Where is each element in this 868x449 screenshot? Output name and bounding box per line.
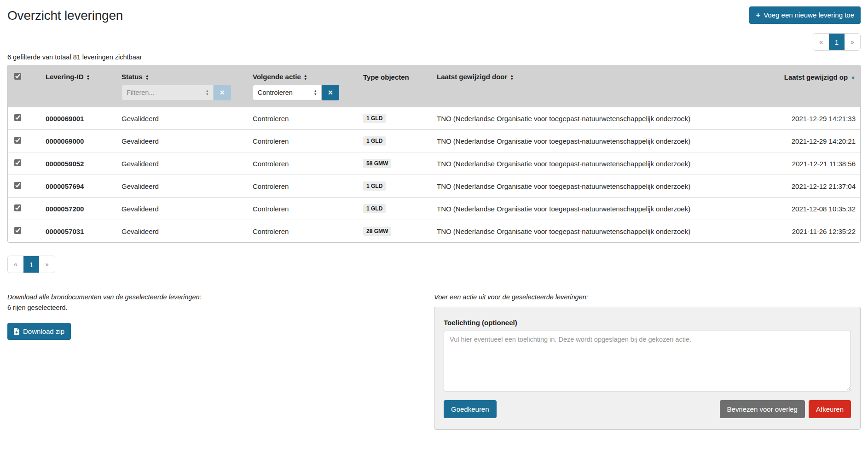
table-row: 0000057200 Gevalideerd Controleren 1 GLD… <box>8 198 861 220</box>
levering-id: 0000059052 <box>40 152 116 175</box>
status: Gevalideerd <box>116 152 247 175</box>
page-header: Overzicht leveringen +Voeg een nieuwe le… <box>7 6 861 24</box>
levering-id: 0000057031 <box>40 220 116 243</box>
action-buttons-row: Goedkeuren Bevriezen voor overleg Afkeur… <box>444 400 851 418</box>
header-filter-row: Filteren... ▲▼ × Controleren <box>8 82 861 107</box>
col-levering-id[interactable]: Levering-ID▲▼ <box>40 66 116 82</box>
download-section-heading: Download alle brondocumenten van de gese… <box>7 293 265 301</box>
levering-id: 0000069000 <box>40 130 116 152</box>
col-levering-id-label: Levering-ID <box>46 73 84 81</box>
row-checkbox[interactable] <box>14 137 21 144</box>
download-zip-button[interactable]: Download zip <box>7 323 71 340</box>
col-laatst-gewijzigd-door-label: Laatst gewijzigd door <box>437 73 507 81</box>
laatst-gewijzigd-door: TNO (Nederlandse Organisatie voor toegep… <box>431 152 744 175</box>
row-checkbox[interactable] <box>14 114 21 121</box>
download-section: Download alle brondocumenten van de gese… <box>7 293 265 430</box>
volgende-actie: Controleren <box>247 107 358 130</box>
laatst-gewijzigd-op: 2021-12-08 10:35:32 <box>744 198 861 220</box>
table-row: 0000057694 Gevalideerd Controleren 1 GLD… <box>8 175 861 198</box>
volgende-actie: Controleren <box>247 152 358 175</box>
page: Overzicht leveringen +Voeg een nieuwe le… <box>0 0 868 430</box>
type-objecten-badge: 1 GLD <box>363 136 386 146</box>
table-row: 0000059052 Gevalideerd Controleren 58 GM… <box>8 152 861 175</box>
sort-icon: ▲▼ <box>304 74 307 81</box>
select-all-checkbox[interactable] <box>14 73 21 80</box>
pagination-top: « 1 » <box>813 33 861 51</box>
freeze-button[interactable]: Bevriezen voor overleg <box>720 400 805 418</box>
action-section: Voer een actie uit voor de geselecteerde… <box>434 293 861 430</box>
status-filter-group: Filteren... ▲▼ × <box>122 85 231 100</box>
table-row: 0000057031 Gevalideerd Controleren 28 GM… <box>8 220 861 243</box>
add-delivery-button[interactable]: +Voeg een nieuwe levering toe <box>749 6 861 24</box>
row-checkbox[interactable] <box>14 204 21 211</box>
deliveries-table: Levering-ID▲▼ Status▲▼ Volgende actie▲▼ … <box>8 66 861 242</box>
pagination-prev-button[interactable]: « <box>8 256 23 273</box>
levering-id: 0000057694 <box>40 175 116 198</box>
pagination-next-button[interactable]: » <box>39 256 55 273</box>
toelichting-label: Toelichting (optioneel) <box>444 319 851 327</box>
plus-icon: + <box>756 11 760 19</box>
laatst-gewijzigd-door: TNO (Nederlandse Organisatie voor toegep… <box>431 130 744 152</box>
download-file-icon <box>14 328 19 335</box>
col-volgende-actie[interactable]: Volgende actie▲▼ <box>247 66 358 82</box>
add-delivery-button-label: Voeg een nieuwe levering toe <box>764 11 854 19</box>
reject-button[interactable]: Afkeuren <box>809 400 851 418</box>
table-header: Levering-ID▲▼ Status▲▼ Volgende actie▲▼ … <box>8 66 861 107</box>
bottom-sections: Download alle brondocumenten van de gese… <box>7 293 861 430</box>
levering-id: 0000057200 <box>40 198 116 220</box>
row-checkbox[interactable] <box>14 159 21 166</box>
laatst-gewijzigd-door: TNO (Nederlandse Organisatie voor toegep… <box>431 198 744 220</box>
volgende-actie-filter-select[interactable]: Controleren <box>253 85 322 100</box>
type-objecten-badge: 1 GLD <box>363 204 386 213</box>
row-checkbox[interactable] <box>14 182 21 189</box>
type-objecten-badge: 1 GLD <box>363 181 386 191</box>
pagination-page-1[interactable]: 1 <box>829 34 845 50</box>
pagination-prev-button[interactable]: « <box>813 34 829 50</box>
header-label-row: Levering-ID▲▼ Status▲▼ Volgende actie▲▼ … <box>8 66 861 82</box>
laatst-gewijzigd-op: 2021-12-29 14:21:33 <box>744 107 861 130</box>
sort-icon: ▲▼ <box>510 74 514 81</box>
pagination-top-row: « 1 » <box>7 33 861 51</box>
pagination-bottom-row: « 1 » <box>7 256 861 273</box>
col-laatst-gewijzigd-op-label: Laatst gewijzigd op <box>784 73 848 81</box>
col-type-objecten: Type objecten <box>358 66 431 82</box>
row-checkbox[interactable] <box>14 227 21 234</box>
approve-button[interactable]: Goedkeuren <box>444 400 497 418</box>
status: Gevalideerd <box>116 220 247 243</box>
status-filter-clear-button[interactable]: × <box>214 85 231 100</box>
status: Gevalideerd <box>116 198 247 220</box>
col-laatst-gewijzigd-op[interactable]: Laatst gewijzigd op▼ <box>744 66 861 82</box>
page-title: Overzicht leveringen <box>7 6 123 23</box>
status: Gevalideerd <box>116 107 247 130</box>
type-objecten-badge: 1 GLD <box>363 114 386 123</box>
col-status[interactable]: Status▲▼ <box>116 66 247 82</box>
buttons-spacer <box>500 400 716 418</box>
volgende-actie: Controleren <box>247 198 358 220</box>
sort-desc-active-icon: ▼ <box>851 75 856 81</box>
volgende-actie-filter-clear-button[interactable]: × <box>322 85 339 100</box>
selected-count: 6 rijen geselecteerd. <box>7 304 265 311</box>
laatst-gewijzigd-op: 2021-12-21 11:38:56 <box>744 152 861 175</box>
col-laatst-gewijzigd-door[interactable]: Laatst gewijzigd door▲▼ <box>431 66 744 82</box>
volgende-actie: Controleren <box>247 130 358 152</box>
laatst-gewijzigd-door: TNO (Nederlandse Organisatie voor toegep… <box>431 107 744 130</box>
action-section-heading: Voer een actie uit voor de geselecteerde… <box>434 293 861 301</box>
sort-icon: ▲▼ <box>87 74 90 81</box>
col-type-objecten-label: Type objecten <box>363 73 409 81</box>
action-panel: Toelichting (optioneel) Goedkeuren Bevri… <box>434 307 861 430</box>
laatst-gewijzigd-op: 2021-11-26 12:35:22 <box>744 220 861 243</box>
laatst-gewijzigd-door: TNO (Nederlandse Organisatie voor toegep… <box>431 220 744 243</box>
pagination-page-1[interactable]: 1 <box>23 256 39 273</box>
volgende-actie: Controleren <box>247 220 358 243</box>
type-objecten-badge: 28 GMW <box>363 227 391 236</box>
download-zip-button-label: Download zip <box>23 327 64 335</box>
laatst-gewijzigd-door: TNO (Nederlandse Organisatie voor toegep… <box>431 175 744 198</box>
sort-icon: ▲▼ <box>145 74 149 81</box>
status-filter-select[interactable]: Filteren... <box>122 85 214 100</box>
toelichting-textarea[interactable] <box>444 331 851 391</box>
status: Gevalideerd <box>116 175 247 198</box>
col-status-label: Status <box>122 73 143 81</box>
col-volgende-actie-label: Volgende actie <box>253 73 301 81</box>
table-row: 0000069001 Gevalideerd Controleren 1 GLD… <box>8 107 861 130</box>
pagination-next-button[interactable]: » <box>845 34 860 50</box>
